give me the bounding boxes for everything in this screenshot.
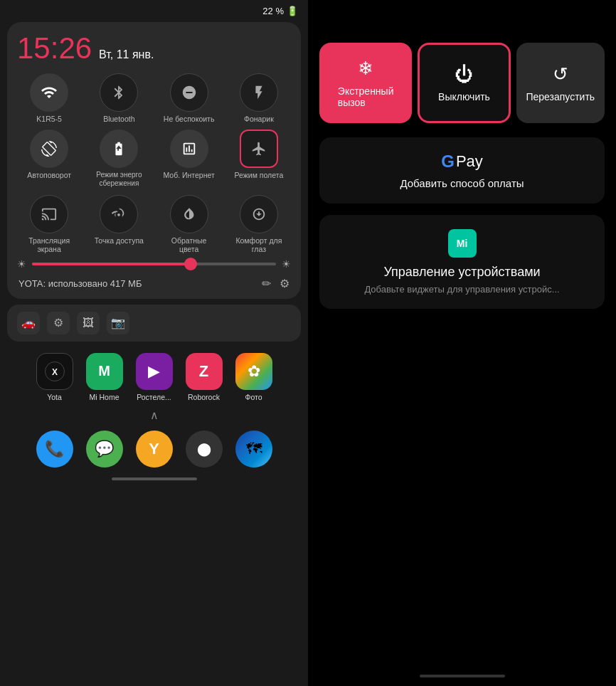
brightness-low-icon: ☀ (17, 258, 26, 270)
time-display: 15:26 (17, 33, 92, 63)
mi-title: Управление устройствами (383, 265, 540, 280)
quick-settings-card: 15:26 Вт, 11 янв. K1R5-5 (7, 22, 301, 299)
tile-invert-icon-wrap (170, 195, 208, 233)
brightness-slider[interactable] (32, 263, 276, 265)
app-photo[interactable]: ✿ Фото (235, 353, 272, 401)
home-indicator-right (420, 675, 505, 677)
bottom-dock: 📞 💬 Y ⬤ 🗺 (0, 425, 308, 472)
mi-logo: Mi (457, 238, 468, 249)
mi-card[interactable]: Mi Управление устройствами Добавьте видж… (319, 215, 605, 309)
tile-battery-saver-icon-wrap (100, 130, 138, 168)
widget-car[interactable]: 🚗 (17, 312, 40, 334)
app-dock: X Yota M Mi Home ▶ Ростеле... Z Roborock (0, 347, 308, 406)
bluetooth-icon (111, 85, 127, 100)
dock-phone[interactable]: 📞 (36, 431, 73, 468)
power-buttons: ❄ Экстренныйвызов ⏻ Выключить ↺ Перезапу… (308, 43, 616, 123)
gpay-title: Добавить способ оплаты (400, 177, 524, 189)
pay-text: Pay (456, 152, 483, 171)
tile-mobile-data[interactable]: Моб. Интернет (157, 130, 221, 188)
date-display: Вт, 11 янв. (99, 48, 154, 61)
brightness-thumb (184, 258, 197, 270)
time-date-row: 15:26 Вт, 11 янв. (17, 33, 291, 63)
restart-label: Перезапустить (526, 91, 595, 102)
tile-bluetooth-label: Bluetooth (103, 115, 134, 124)
tile-torch-icon-wrap (240, 73, 278, 112)
mobile-data-icon (181, 141, 197, 157)
tile-invert[interactable]: Обратныецвета (157, 195, 221, 254)
tile-cast-icon-wrap (30, 195, 68, 233)
status-bar: 22 % 🔋 (0, 0, 308, 19)
torch-icon (251, 85, 267, 100)
home-indicator-left (112, 477, 197, 480)
dock-camera[interactable]: ⬤ (186, 431, 223, 468)
dock-yandex[interactable]: Y (136, 431, 173, 468)
tile-autorotate[interactable]: Автоповорот (17, 130, 81, 188)
edit-icon[interactable]: ✏ (262, 277, 271, 290)
hotspot-icon (111, 206, 127, 222)
mi-icon: Mi (448, 229, 477, 258)
emergency-icon: ❄ (358, 58, 373, 80)
app-photo-icon: ✿ (235, 353, 272, 390)
chevron-up[interactable]: ∧ (0, 406, 308, 425)
app-rostele[interactable]: ▶ Ростеле... (136, 353, 173, 401)
tile-wifi[interactable]: K1R5-5 (17, 73, 81, 124)
tile-airplane-label: Режим полета (235, 171, 284, 180)
tile-comfort-label: Комфорт дляглаз (235, 236, 282, 254)
app-roborock-label: Roborock (188, 393, 220, 401)
tile-wifi-icon-wrap (30, 73, 68, 112)
airplane-icon (251, 141, 267, 157)
app-yota-icon: X (36, 353, 73, 390)
widget-gallery[interactable]: 📷 (107, 312, 129, 334)
emergency-label: Экстренныйвызов (338, 85, 394, 108)
wifi-icon (41, 84, 58, 101)
dock-messages[interactable]: 💬 (86, 431, 123, 468)
tile-airplane-icon-wrap (240, 130, 278, 168)
g-letter: G (441, 152, 455, 172)
app-yota[interactable]: X Yota (36, 353, 73, 401)
power-off-icon: ⏻ (455, 63, 473, 85)
tile-comfort[interactable]: Комфорт дляглаз (227, 195, 291, 254)
cast-icon (41, 206, 57, 222)
dock-maps[interactable]: 🗺 (235, 431, 272, 468)
widget-photos[interactable]: 🖼 (77, 312, 100, 334)
right-panel: ❄ Экстренныйвызов ⏻ Выключить ↺ Перезапу… (308, 0, 616, 686)
gpay-card[interactable]: G Pay Добавить способ оплаты (319, 137, 605, 204)
mi-subtitle: Добавьте виджеты для управления устройс.… (364, 284, 559, 295)
tile-hotspot[interactable]: Точка доступа (87, 195, 151, 254)
restart-button[interactable]: ↺ Перезапустить (516, 43, 605, 123)
tile-bluetooth[interactable]: Bluetooth (87, 73, 151, 124)
tile-dnd-icon-wrap (170, 73, 208, 112)
svg-text:X: X (51, 366, 57, 376)
tiles-grid-row1: K1R5-5 Bluetooth Не беспокоить (17, 73, 291, 188)
autorotate-icon (41, 141, 57, 157)
tile-cast-label: Трансляцияэкрана (28, 236, 70, 254)
invert-icon (181, 206, 197, 222)
widget-settings2[interactable]: ⚙ (47, 312, 70, 334)
tile-torch-label: Фонарик (244, 115, 274, 124)
app-roborock[interactable]: Z Roborock (186, 353, 223, 401)
tile-dnd-label: Не беспокоить (164, 115, 215, 124)
app-photo-label: Фото (245, 393, 262, 401)
tile-torch[interactable]: Фонарик (227, 73, 291, 124)
tile-airplane[interactable]: Режим полета (227, 130, 291, 188)
app-yota-label: Yota (47, 393, 62, 401)
restart-icon: ↺ (553, 63, 568, 85)
emergency-button[interactable]: ❄ Экстренныйвызов (319, 43, 412, 123)
gpay-logo: G Pay (441, 152, 483, 172)
tile-battery-saver-label: Режим энергосбережения (96, 171, 142, 188)
tiles-grid-row2: Трансляцияэкрана Точка доступа Обр (17, 195, 291, 254)
power-off-button[interactable]: ⏻ Выключить (418, 43, 510, 123)
brightness-high-icon: ☀ (282, 258, 291, 270)
tile-battery-saver[interactable]: Режим энергосбережения (87, 130, 151, 188)
tile-dnd[interactable]: Не беспокоить (157, 73, 221, 124)
tile-comfort-icon-wrap (240, 195, 278, 233)
power-off-label: Выключить (438, 91, 490, 102)
app-mihome[interactable]: M Mi Home (86, 353, 123, 401)
battery-indicator: 22 % (262, 6, 284, 16)
brightness-fill (32, 263, 191, 265)
comfort-icon (251, 206, 267, 222)
tile-cast[interactable]: Трансляцияэкрана (17, 195, 81, 254)
settings-icon[interactable]: ⚙ (280, 277, 290, 290)
tile-bluetooth-icon-wrap (100, 73, 138, 112)
tile-mobile-data-label: Моб. Интернет (163, 171, 214, 180)
